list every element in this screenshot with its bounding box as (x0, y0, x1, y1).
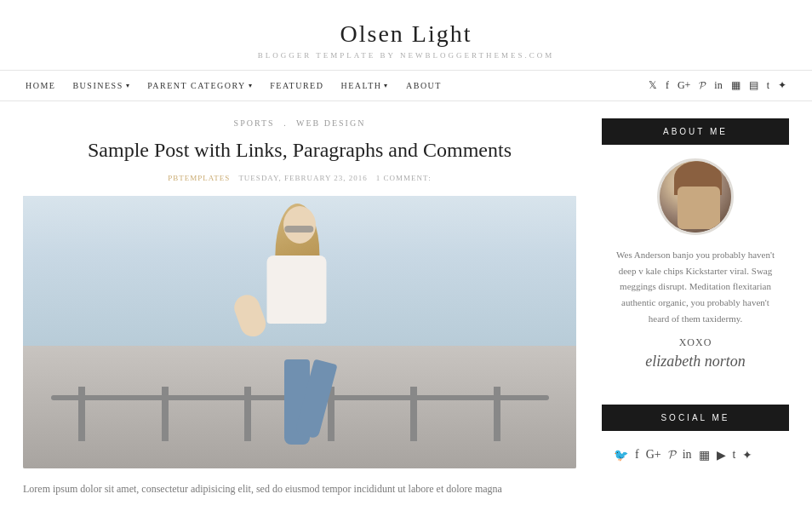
social-linkedin[interactable]: in (683, 448, 692, 462)
social-widget: SOCIAL ME 🐦 f G+ 𝓟 in ▦ ▶ t ✦ (602, 405, 789, 479)
facebook-icon[interactable]: f (666, 79, 669, 92)
nav-social-icons: 𝕏 f G+ 𝓟 in ▦ ▤ t ✦ (649, 79, 786, 92)
content-area: SPORTS . WEB DESIGN Sample Post with Lin… (23, 118, 576, 500)
category-separator: . (283, 118, 288, 128)
sidebar: ABOUT ME Wes Anderson banjo you probably… (602, 118, 789, 500)
about-xoxo: XOXO (610, 336, 781, 349)
nav-item-home[interactable]: HOME (26, 81, 55, 90)
navigation: HOME BUSINESS ▾ PARENT CATEGORY ▾ FEATUR… (0, 70, 812, 101)
business-caret: ▾ (126, 82, 131, 89)
social-widget-content: 🐦 f G+ 𝓟 in ▦ ▶ t ✦ (602, 431, 789, 479)
nav-item-featured[interactable]: FEATURED (270, 81, 323, 90)
post-image (23, 196, 576, 468)
social-facebook[interactable]: f (635, 448, 639, 462)
category-sports[interactable]: SPORTS (234, 118, 275, 128)
post-categories: SPORTS . WEB DESIGN (23, 118, 576, 128)
social-youtube[interactable]: ▶ (717, 448, 726, 462)
site-header: Olsen Light BLOGGER TEMPLATE BY NEWBLOGG… (0, 0, 812, 70)
rss-icon[interactable]: ✦ (778, 79, 786, 92)
site-title: Olsen Light (17, 20, 795, 48)
avatar-image (660, 161, 731, 233)
pinterest-icon[interactable]: 𝓟 (699, 79, 706, 92)
nav-item-business[interactable]: BUSINESS ▾ (72, 81, 130, 90)
social-widget-title: SOCIAL ME (602, 405, 789, 431)
social-gplus[interactable]: G+ (646, 448, 661, 462)
post-meta: PBTEMPLATES TUESDAY, FEBRUARY 23, 2016 1… (23, 174, 576, 182)
instagram-icon[interactable]: ▦ (731, 79, 741, 92)
post-title: Sample Post with Links, Paragraphs and C… (23, 136, 576, 165)
twitter-icon[interactable]: 𝕏 (649, 79, 657, 92)
post-article: SPORTS . WEB DESIGN Sample Post with Lin… (23, 118, 576, 497)
site-subtitle: BLOGGER TEMPLATE BY NEWBLOGGERTHEMES.COM (17, 51, 795, 60)
social-instagram[interactable]: ▦ (699, 448, 710, 462)
post-comments[interactable]: 1 COMMENT: (376, 174, 432, 182)
post-excerpt: Lorem ipsum dolor sit amet, consectetur … (23, 480, 576, 497)
about-text: Wes Anderson banjo you probably haven't … (610, 247, 781, 326)
social-icons-grid: 🐦 f G+ 𝓟 in ▦ ▶ t ✦ (610, 441, 781, 469)
post-author[interactable]: PBTEMPLATES (168, 174, 230, 182)
googleplus-icon[interactable]: G+ (678, 79, 690, 92)
nav-links: HOME BUSINESS ▾ PARENT CATEGORY ▾ FEATUR… (26, 81, 442, 90)
grid-icon[interactable]: ▤ (749, 79, 758, 92)
about-signature: elizabeth norton (610, 353, 781, 370)
social-pinterest[interactable]: 𝓟 (668, 448, 676, 462)
about-widget: ABOUT ME Wes Anderson banjo you probably… (602, 118, 789, 384)
about-widget-title: ABOUT ME (602, 118, 789, 145)
tumblr-icon[interactable]: t (767, 79, 769, 92)
nav-item-parent[interactable]: PARENT CATEGORY ▾ (147, 81, 253, 90)
nav-item-about[interactable]: ABOUT (406, 81, 442, 90)
social-twitter[interactable]: 🐦 (614, 448, 628, 462)
about-avatar (657, 158, 734, 235)
about-widget-content: Wes Anderson banjo you probably haven't … (602, 145, 789, 384)
social-rss[interactable]: ✦ (742, 448, 752, 462)
main-container: SPORTS . WEB DESIGN Sample Post with Lin… (6, 101, 806, 511)
fashion-figure (23, 196, 576, 468)
linkedin-icon[interactable]: in (714, 79, 722, 92)
social-tumblr[interactable]: t (733, 448, 736, 462)
category-webdesign[interactable]: WEB DESIGN (296, 118, 365, 128)
health-caret: ▾ (384, 82, 389, 89)
nav-item-health[interactable]: HEALTH ▾ (340, 81, 389, 90)
post-date: TUESDAY, FEBRUARY 23, 2016 (238, 174, 367, 182)
parent-caret: ▾ (249, 82, 254, 89)
